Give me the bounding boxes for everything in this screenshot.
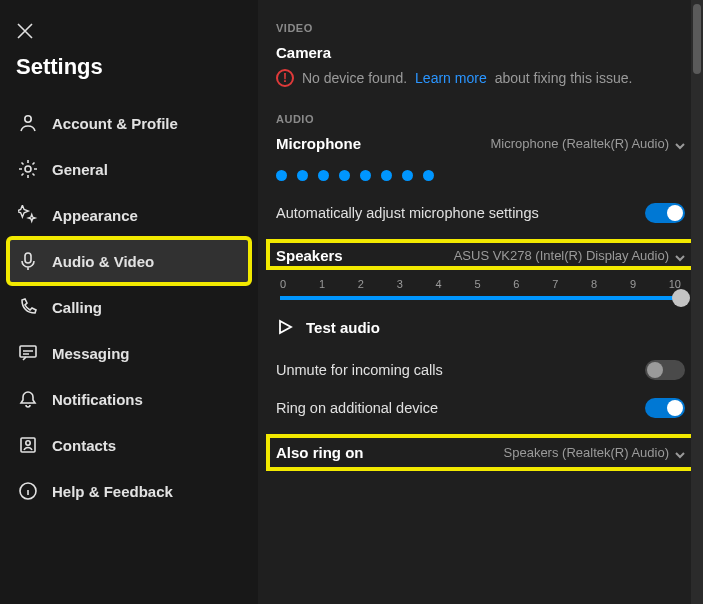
auto-adjust-row: Automatically adjust microphone settings (276, 203, 685, 223)
gear-icon (18, 159, 38, 179)
close-button[interactable] (8, 16, 250, 40)
sidebar-item-label: Messaging (52, 345, 130, 362)
microphone-row: Microphone Microphone (Realtek(R) Audio) (276, 135, 685, 152)
sidebar-item-label: Account & Profile (52, 115, 178, 132)
unmute-label: Unmute for incoming calls (276, 362, 443, 378)
also-ring-device-value: Speakers (Realtek(R) Audio) (504, 445, 669, 460)
sparkle-icon (18, 205, 38, 225)
person-icon (18, 113, 38, 133)
info-icon (18, 481, 38, 501)
error-icon: ! (276, 69, 294, 87)
sidebar-item-label: General (52, 161, 108, 178)
sidebar-item-contacts[interactable]: Contacts (8, 422, 250, 468)
microphone-icon (18, 251, 38, 271)
slider-thumb[interactable] (672, 289, 690, 307)
also-ring-device-dropdown[interactable]: Speakers (Realtek(R) Audio) (504, 445, 685, 460)
ring-additional-label: Ring on additional device (276, 400, 438, 416)
speakers-device-value: ASUS VK278 (Intel(R) Display Audio) (454, 248, 669, 263)
learn-more-link[interactable]: Learn more (415, 70, 487, 86)
slider-track (280, 296, 681, 300)
microphone-heading: Microphone (276, 135, 361, 152)
test-audio-button[interactable]: Test audio (276, 318, 685, 336)
sidebar-item-label: Audio & Video (52, 253, 154, 270)
chevron-down-icon (675, 448, 685, 458)
svg-point-1 (25, 166, 31, 172)
contacts-icon (18, 435, 38, 455)
speakers-heading: Speakers (276, 247, 343, 264)
sidebar-item-label: Notifications (52, 391, 143, 408)
camera-heading: Camera (276, 44, 685, 61)
chevron-down-icon (675, 139, 685, 149)
auto-adjust-label: Automatically adjust microphone settings (276, 205, 539, 221)
camera-error-text: No device found. (302, 70, 407, 86)
microphone-device-value: Microphone (Realtek(R) Audio) (491, 136, 669, 151)
sidebar-item-label: Appearance (52, 207, 138, 224)
svg-point-5 (26, 441, 30, 445)
sidebar-item-messaging[interactable]: Messaging (8, 330, 250, 376)
speakers-block: Speakers ASUS VK278 (Intel(R) Display Au… (268, 241, 693, 268)
chat-icon (18, 343, 38, 363)
also-ring-on-row: Also ring on Speakers (Realtek(R) Audio) (268, 436, 693, 469)
sidebar-item-label: Contacts (52, 437, 116, 454)
sidebar-item-appearance[interactable]: Appearance (8, 192, 250, 238)
also-ring-heading: Also ring on (276, 444, 364, 461)
microphone-level-indicator (276, 170, 685, 181)
unmute-toggle[interactable] (645, 360, 685, 380)
slider-fill (280, 296, 681, 300)
sidebar-item-notifications[interactable]: Notifications (8, 376, 250, 422)
settings-sidebar: Settings Account & Profile General Appea… (0, 0, 258, 604)
phone-icon (18, 297, 38, 317)
speakers-device-dropdown[interactable]: ASUS VK278 (Intel(R) Display Audio) (454, 248, 685, 263)
scrollbar-track[interactable] (691, 0, 703, 604)
svg-rect-2 (25, 253, 31, 263)
sidebar-item-calling[interactable]: Calling (8, 284, 250, 330)
slider-ticks: 012345678910 (280, 278, 681, 290)
settings-title: Settings (8, 40, 250, 100)
video-section-label: VIDEO (276, 22, 685, 34)
unmute-row: Unmute for incoming calls (276, 360, 685, 380)
settings-content: VIDEO Camera ! No device found. Learn mo… (258, 0, 703, 604)
sidebar-item-general[interactable]: General (8, 146, 250, 192)
camera-error-suffix: about fixing this issue. (495, 70, 633, 86)
ring-additional-toggle[interactable] (645, 398, 685, 418)
microphone-device-dropdown[interactable]: Microphone (Realtek(R) Audio) (491, 136, 685, 151)
speaker-volume-slider[interactable]: 012345678910 (276, 278, 685, 300)
camera-error-row: ! No device found. Learn more about fixi… (276, 69, 685, 87)
bell-icon (18, 389, 38, 409)
auto-adjust-toggle[interactable] (645, 203, 685, 223)
scrollbar-thumb[interactable] (693, 4, 701, 74)
sidebar-item-account-profile[interactable]: Account & Profile (8, 100, 250, 146)
ring-additional-row: Ring on additional device (276, 398, 685, 418)
sidebar-item-audio-video[interactable]: Audio & Video (8, 238, 250, 284)
svg-point-0 (25, 116, 31, 122)
sidebar-item-help-feedback[interactable]: Help & Feedback (8, 468, 250, 514)
chevron-down-icon (675, 251, 685, 261)
sidebar-item-label: Help & Feedback (52, 483, 173, 500)
audio-section-label: AUDIO (276, 113, 685, 125)
test-audio-label: Test audio (306, 319, 380, 336)
sidebar-item-label: Calling (52, 299, 102, 316)
